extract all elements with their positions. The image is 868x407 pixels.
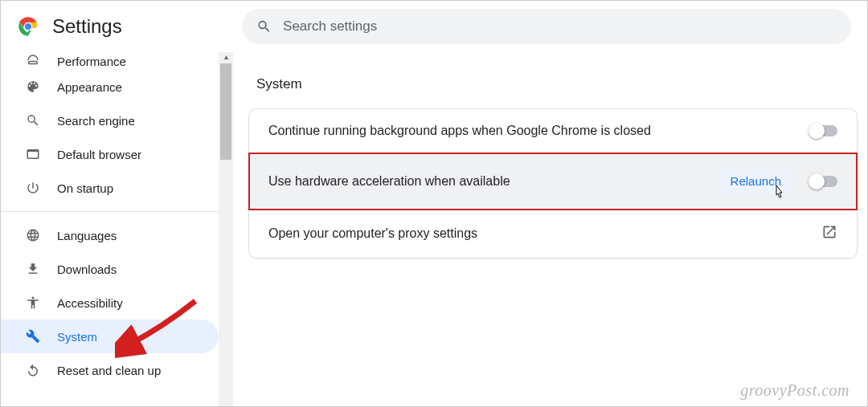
setting-label: Use hardware acceleration when available [268, 174, 510, 189]
sidebar-item-performance[interactable]: Performance [1, 52, 219, 70]
reset-icon [25, 362, 41, 378]
search-icon [25, 112, 41, 128]
accessibility-icon [25, 295, 41, 311]
setting-row-proxy[interactable]: Open your computer's proxy settings [249, 210, 857, 258]
sidebar-item-on-startup[interactable]: On startup [1, 171, 219, 205]
section-title-system: System [248, 76, 858, 92]
sidebar-item-languages[interactable]: Languages [1, 218, 219, 252]
sidebar-item-reset[interactable]: Reset and clean up [1, 353, 219, 387]
settings-sidebar: ▴ Performance Appearance Search engine D… [1, 52, 234, 406]
browser-icon [25, 146, 41, 162]
sidebar-item-system[interactable]: System [1, 319, 219, 353]
page-title: Settings [52, 15, 229, 38]
scroll-up-arrow-icon[interactable]: ▴ [220, 51, 231, 62]
sidebar-item-label: Accessibility [57, 296, 123, 310]
toggle-background-apps[interactable] [810, 125, 837, 136]
chrome-logo-icon [17, 15, 39, 38]
search-icon [256, 18, 272, 35]
download-icon [25, 261, 41, 277]
power-icon [25, 180, 41, 196]
sidebar-item-label: Default browser [57, 148, 141, 161]
setting-row-background-apps: Continue running background apps when Go… [249, 109, 857, 153]
sidebar-item-appearance[interactable]: Appearance [1, 70, 219, 104]
setting-label: Open your computer's proxy settings [268, 226, 477, 241]
watermark-text: groovyPost.com [740, 381, 850, 400]
sidebar-item-downloads[interactable]: Downloads [1, 252, 219, 286]
setting-label: Continue running background apps when Go… [268, 124, 651, 138]
sidebar-scrollbar[interactable]: ▴ [219, 52, 233, 406]
setting-row-hardware-acceleration: Use hardware acceleration when available… [249, 153, 857, 210]
sidebar-item-label: Search engine [57, 114, 135, 128]
sidebar-item-label: On startup [57, 181, 113, 195]
svg-rect-5 [29, 62, 38, 64]
svg-point-6 [32, 297, 35, 299]
sidebar-item-search-engine[interactable]: Search engine [1, 104, 219, 137]
sidebar-item-label: Appearance [57, 80, 122, 94]
relaunch-button[interactable]: Relaunch [718, 168, 794, 194]
palette-icon [25, 79, 41, 95]
sidebar-item-label: System [57, 330, 97, 344]
svg-point-4 [25, 23, 31, 30]
sidebar-item-label: Performance [57, 55, 126, 68]
sidebar-divider [1, 211, 219, 212]
sidebar-item-accessibility[interactable]: Accessibility [1, 286, 219, 319]
sidebar-item-default-browser[interactable]: Default browser [1, 137, 219, 171]
sidebar-item-label: Languages [57, 229, 117, 242]
toggle-hardware-acceleration[interactable] [810, 176, 837, 187]
search-settings-box[interactable] [242, 9, 851, 44]
globe-icon [25, 227, 41, 243]
speedometer-icon [25, 52, 41, 68]
search-input[interactable] [283, 18, 837, 35]
system-settings-card: Continue running background apps when Go… [248, 108, 858, 258]
external-link-icon [821, 224, 837, 243]
scroll-thumb[interactable] [220, 63, 231, 160]
sidebar-item-label: Downloads [57, 263, 117, 276]
sidebar-item-label: Reset and clean up [57, 364, 161, 377]
wrench-icon [25, 328, 41, 344]
